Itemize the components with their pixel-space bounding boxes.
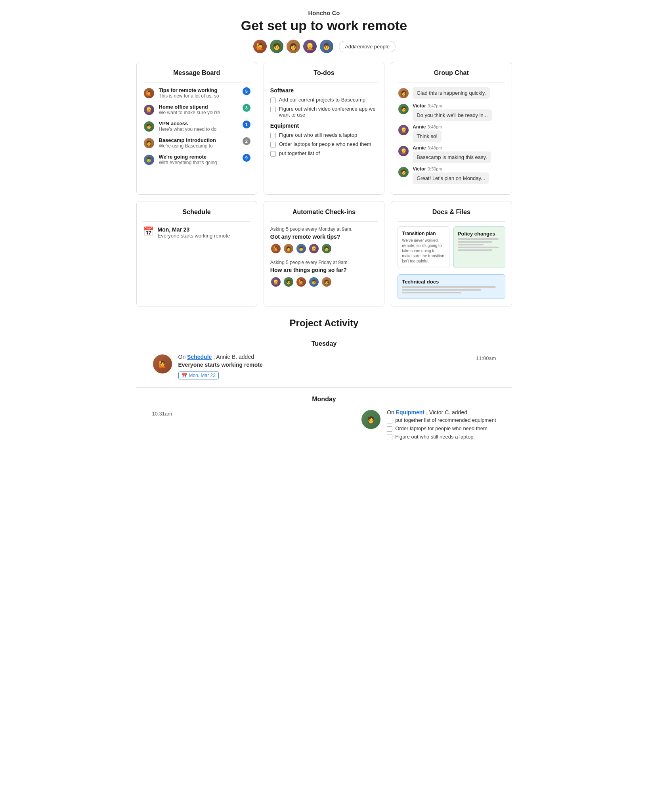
todo-item-1[interactable]: Add our current projects to Basecamp bbox=[270, 97, 378, 103]
monday-todo-2: Figure out who still needs a laptop bbox=[387, 434, 496, 440]
doc-line-1 bbox=[458, 238, 499, 240]
activity-header-tuesday: On Schedule , Annie B. added bbox=[178, 354, 263, 360]
page-title: Get set up to work remote bbox=[136, 18, 512, 33]
activity-header-monday: On Equipment , Victor C. added bbox=[387, 409, 496, 416]
activity-on-label-monday: On bbox=[387, 409, 396, 416]
activity-actor-tuesday: , Annie B. added bbox=[213, 354, 254, 360]
checkin-av-1-1: 👱 bbox=[270, 276, 281, 287]
monday-todo-label-2: Figure out who still needs a laptop bbox=[395, 434, 473, 440]
todo-item-2[interactable]: Figure out which video conference app we… bbox=[270, 106, 378, 118]
chat-avatar-4: 🧑 bbox=[398, 166, 409, 178]
chat-name-1: Victor bbox=[413, 103, 426, 109]
docs-title: Docs & Files bbox=[398, 209, 505, 216]
group-chat-card: Group Chat 👩 Glad this is happening quic… bbox=[391, 62, 512, 195]
activity-link-schedule[interactable]: Schedule bbox=[187, 354, 212, 360]
todo-label-4: Order laptops for people who need them bbox=[279, 141, 371, 147]
monday-checkbox-2[interactable] bbox=[387, 435, 392, 440]
activity-schedule-tag: 📅 Mon, Mar 23 bbox=[178, 372, 219, 379]
avatar-2[interactable]: 🧑 bbox=[269, 39, 284, 54]
msg-item-2[interactable]: 👱 Home office stipend We want to make su… bbox=[143, 104, 250, 116]
checkins-title: Automatic Check-ins bbox=[270, 209, 378, 216]
msg-title-2: Home office stipend bbox=[159, 104, 239, 110]
doc-policy-changes[interactable]: Policy changes bbox=[453, 226, 505, 268]
activity-link-equipment[interactable]: Equipment bbox=[396, 409, 424, 416]
chat-msg-4: 🧑 Victor 3:50pm Great! Let's plan on Mon… bbox=[398, 166, 505, 184]
schedule-date-0: Mon, Mar 23 bbox=[158, 226, 230, 233]
msg-preview-1: This is new for a lot of us, so bbox=[159, 93, 226, 99]
doc-transition-content: We've never worked remote, so it's going… bbox=[402, 238, 445, 264]
tech-line-2 bbox=[402, 289, 481, 291]
todo-checkbox-3[interactable] bbox=[270, 133, 276, 138]
activity-actor-monday: , Victor C. added bbox=[426, 409, 467, 416]
checkin-avatars-0: 🙋 👩 👨 👱 🧑 bbox=[270, 243, 378, 254]
todo-checkbox-4[interactable] bbox=[270, 142, 276, 147]
checkin-av-0-3: 👨 bbox=[296, 243, 307, 254]
todo-label-1: Add our current projects to Basecamp bbox=[279, 97, 365, 103]
schedule-card: Schedule 📅 Mon, Mar 23 Everyone starts w… bbox=[136, 201, 257, 306]
chat-avatar-1: 🧑 bbox=[398, 103, 409, 115]
msg-avatar-4: 👩 bbox=[143, 137, 155, 149]
activity-section: Project Activity Tuesday 🙋 On Schedule ,… bbox=[136, 318, 512, 442]
monday-checkbox-0[interactable] bbox=[387, 418, 392, 423]
avatar-1[interactable]: 🙋 bbox=[252, 39, 268, 54]
msg-item-4[interactable]: 👩 Basecamp Introduction We're using Base… bbox=[143, 137, 250, 149]
doc-line-2 bbox=[458, 241, 492, 243]
todo-item-4[interactable]: Order laptops for people who need them bbox=[270, 141, 378, 147]
chat-text-3: Basecamp is making this easy. bbox=[413, 151, 491, 163]
chat-time-2: 3:48pm bbox=[428, 124, 442, 129]
monday-checkbox-1[interactable] bbox=[387, 426, 392, 432]
msg-badge-3: 1 bbox=[243, 121, 250, 128]
chat-time-4: 3:50pm bbox=[428, 167, 442, 171]
checkin-av-0-4: 👱 bbox=[308, 243, 319, 254]
msg-badge-4: 2 bbox=[243, 137, 250, 145]
avatar-4[interactable]: 👱 bbox=[302, 39, 317, 54]
day-tuesday: Tuesday bbox=[136, 340, 512, 347]
chat-text-1: Do you think we'll be ready in... bbox=[413, 109, 492, 121]
msg-preview-4: We're using Basecamp to bbox=[159, 143, 226, 149]
todo-checkbox-2[interactable] bbox=[270, 107, 276, 112]
monday-todo-1: Order laptops for people who need them bbox=[387, 425, 496, 432]
checkin-av-1-2: 🧑 bbox=[283, 276, 294, 287]
monday-event: 10:31am 🧑 On Equipment , Victor C. added… bbox=[136, 409, 512, 442]
todo-checkbox-5[interactable] bbox=[270, 151, 276, 157]
checkin-freq-1: Asking 5 people every Friday at 9am. bbox=[270, 260, 378, 265]
schedule-item-0: 📅 Mon, Mar 23 Everyone starts working re… bbox=[143, 226, 250, 239]
avatar-3[interactable]: 👩 bbox=[286, 39, 301, 54]
todo-item-3[interactable]: Figure out who still needs a laptop bbox=[270, 132, 378, 138]
message-board-title: Message Board bbox=[143, 69, 250, 77]
msg-badge-2: 3 bbox=[243, 104, 250, 112]
doc-technical[interactable]: Technical docs bbox=[398, 274, 505, 299]
todo-item-5[interactable]: put together list of bbox=[270, 150, 378, 157]
schedule-title: Schedule bbox=[143, 209, 250, 216]
msg-item-5[interactable]: 👨 We're going remote With everything tha… bbox=[143, 154, 250, 166]
chat-msg-0: 👩 Glad this is happening quickly. bbox=[398, 87, 505, 99]
msg-item-1[interactable]: 🙋 Tips for remote working This is new fo… bbox=[143, 87, 250, 99]
add-remove-people-button[interactable]: Add/remove people bbox=[339, 41, 396, 52]
group-chat-title: Group Chat bbox=[398, 69, 505, 77]
calendar-icon: 📅 bbox=[143, 226, 154, 237]
checkin-avatars-1: 👱 🧑 🙋 👨 👩 bbox=[270, 276, 378, 287]
activity-avatar-monday: 🧑 bbox=[361, 409, 381, 430]
docs-card: Docs & Files Transition plan We've never… bbox=[391, 201, 512, 306]
doc-line-4 bbox=[458, 247, 499, 248]
activity-avatar-tuesday: 🙋 bbox=[152, 354, 173, 374]
activity-time-tuesday: 11:00am bbox=[468, 354, 496, 361]
avatar-5[interactable]: 👨 bbox=[319, 39, 334, 54]
checkin-av-0-2: 👩 bbox=[283, 243, 294, 254]
chat-avatar-2: 👱 bbox=[398, 124, 409, 136]
page-header: Honcho Co Get set up to work remote 🙋 🧑 … bbox=[136, 10, 512, 54]
msg-preview-2: We want to make sure you're bbox=[159, 110, 226, 115]
todo-checkbox-1[interactable] bbox=[270, 98, 276, 103]
msg-preview-3: Here's what you need to do bbox=[159, 126, 226, 132]
todos-software-title: Software bbox=[270, 87, 378, 94]
doc-technical-title: Technical docs bbox=[402, 279, 501, 285]
doc-transition-title: Transition plan bbox=[402, 231, 445, 236]
todos-title: To-dos bbox=[270, 69, 378, 77]
todo-label-5: put together list of bbox=[279, 150, 320, 156]
doc-transition-plan[interactable]: Transition plan We've never worked remot… bbox=[398, 226, 449, 268]
schedule-desc-0: Everyone starts working remote bbox=[158, 233, 230, 239]
checkin-question-1: How are things going so far? bbox=[270, 267, 378, 273]
doc-policy-title: Policy changes bbox=[458, 231, 501, 237]
msg-item-3[interactable]: 🧑 VPN access Here's what you need to do … bbox=[143, 121, 250, 132]
msg-title-5: We're going remote bbox=[159, 154, 239, 160]
